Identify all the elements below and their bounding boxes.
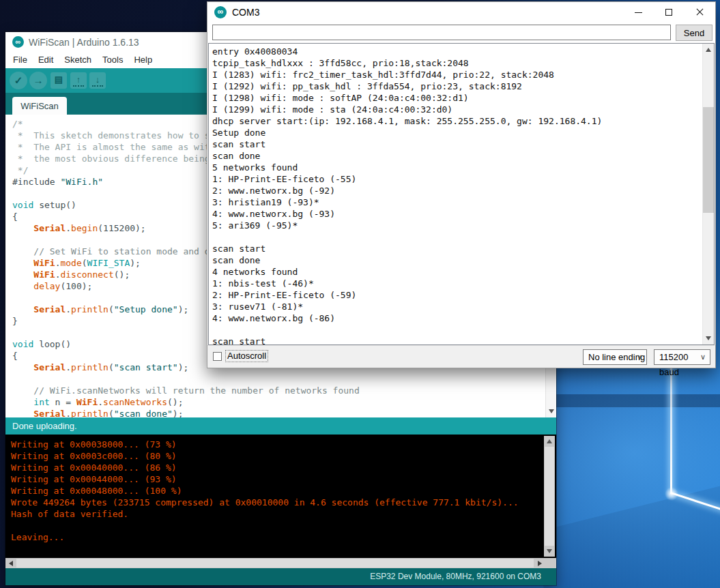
text-line: scan done: [212, 150, 602, 162]
text-line: Hash of data verified.: [11, 508, 519, 520]
text-line: Wrote 449264 bytes (233715 compressed) a…: [11, 497, 519, 508]
verify-icon: ✓: [14, 74, 23, 86]
text-line: 3: hristian19 (-93)*: [212, 196, 602, 208]
ide-window-title: WiFiScan | Arduino 1.6.13: [29, 32, 139, 51]
chevron-down-icon: ∨: [637, 350, 642, 364]
text-line: 1: HP-Print-EE-ficeto (-55): [212, 173, 602, 185]
open-sketch-icon: ↑: [76, 74, 81, 85]
text-line: 2: www.networx.bg (-92): [212, 185, 602, 196]
serial-output: entry 0x40080034tcpip_task_hdlxxx : 3ffd…: [212, 46, 602, 345]
serial-monitor-titlebar[interactable]: ∞ COM3: [207, 2, 715, 23]
text-line: 5 networks found: [212, 162, 602, 173]
text-line: 4: www.networx.bg (-93): [212, 208, 602, 220]
menu-item-tools[interactable]: Tools: [97, 51, 128, 68]
text-line: dhcp server start:(ip: 192.168.4.1, mask…: [212, 115, 602, 127]
text-line: Writing at 0x00038000... (73 %): [11, 439, 519, 450]
text-line: scan start: [212, 138, 602, 150]
console-output: Writing at 0x00038000... (73 %)Writing a…: [11, 439, 519, 543]
text-line: I (1283) wifi: frc2_timer_task_hdl:3ffd7…: [212, 69, 602, 80]
text-line: tcpip_task_hdlxxx : 3ffd58cc, prio:18,st…: [212, 57, 602, 69]
text-line: 1: nbis-test (-46)*: [212, 278, 602, 289]
wallpaper-beam-vertex-glow: [665, 487, 678, 501]
close-button[interactable]: [685, 2, 715, 22]
code-line: Serial.println("scan done");: [12, 408, 360, 417]
line-ending-dropdown[interactable]: No line ending ∨: [583, 349, 647, 365]
text-line: Setup done: [212, 127, 602, 138]
text-line: 5: ari369 (-95)*: [212, 220, 602, 231]
text-line: [212, 231, 602, 243]
console-horizontal-scrollbar[interactable]: [5, 558, 556, 568]
arduino-logo-icon: ∞: [12, 36, 24, 48]
arduino-logo-icon: ∞: [214, 6, 227, 18]
text-line: 4 networks found: [212, 266, 602, 278]
menu-item-help[interactable]: Help: [128, 51, 158, 68]
open-icon-base: [73, 85, 84, 87]
text-line: I (1299) wifi: mode : sta (24:0a:c4:00:3…: [212, 104, 602, 115]
save-sketch-icon: ↓: [96, 74, 100, 85]
console-vertical-scrollbar[interactable]: [544, 436, 555, 557]
code-line: int n = WiFi.scanNetworks();: [12, 396, 360, 408]
wallpaper-floor-shade: [530, 479, 720, 588]
text-line: Writing at 0x00048000... (100 %): [11, 485, 519, 497]
chevron-down-icon: ∨: [700, 350, 706, 364]
text-line: scan start: [212, 336, 602, 345]
text-line: [11, 520, 519, 531]
baud-rate-dropdown[interactable]: 115200 baud ∨: [654, 349, 710, 365]
autoscroll-label[interactable]: Autoscroll: [226, 351, 268, 362]
text-line: Writing at 0x0003c000... (80 %): [11, 450, 519, 462]
serial-input-row: Send: [207, 23, 715, 43]
save-icon-base: [92, 85, 103, 87]
serial-scroll-thumb[interactable]: [703, 107, 714, 213]
code-line: // WiFi.scanNetworks will return the num…: [12, 385, 360, 396]
maximize-icon: [665, 9, 672, 16]
new-sketch-icon: ▤: [55, 74, 63, 85]
text-line: Writing at 0x00040000... (86 %): [11, 462, 519, 473]
scroll-down-icon[interactable]: [706, 336, 711, 340]
menu-item-sketch[interactable]: Sketch: [59, 51, 97, 68]
text-line: 4: www.networx.bg (-86): [212, 312, 602, 324]
menu-item-edit[interactable]: Edit: [33, 51, 59, 68]
scroll-down-icon[interactable]: [549, 409, 554, 413]
text-line: scan start: [212, 243, 602, 254]
text-line: I (1298) wifi: mode : softAP (24:0a:c4:0…: [212, 92, 602, 104]
ide-status-bar: Done uploading.: [5, 417, 556, 435]
send-button[interactable]: Send: [676, 25, 712, 41]
new-sketch-button[interactable]: ▤: [51, 72, 67, 89]
text-line: [212, 324, 602, 336]
text-line: scan done: [212, 254, 602, 266]
text-line: Leaving...: [11, 531, 519, 543]
save-sketch-button[interactable]: ↓: [89, 72, 106, 89]
serial-monitor-title: COM3: [232, 2, 259, 23]
text-line: 3: rusev71 (-81)*: [212, 301, 602, 312]
console-scroll-thumb[interactable]: [545, 447, 554, 546]
code-line: [12, 373, 360, 385]
ide-board-status-bar: ESP32 Dev Module, 80MHz, 921600 on COM3: [5, 568, 556, 585]
scroll-right-icon[interactable]: [538, 561, 542, 566]
upload-button[interactable]: →: [29, 72, 47, 89]
minimize-icon: [635, 12, 642, 13]
maximize-button[interactable]: [654, 2, 685, 22]
verify-button[interactable]: ✓: [10, 72, 27, 89]
scroll-up-icon[interactable]: [547, 439, 552, 443]
upload-icon: →: [33, 74, 44, 86]
text-line: entry 0x40080034: [212, 46, 602, 57]
text-line: Writing at 0x00044000... (93 %): [11, 473, 519, 485]
autoscroll-checkbox[interactable]: [213, 352, 222, 361]
horizontal-scroll-thumb[interactable]: [16, 559, 534, 568]
serial-vertical-scrollbar[interactable]: [702, 44, 714, 344]
text-line: 2: HP-Print-EE-ficeto (-59): [212, 289, 602, 301]
minimize-button[interactable]: [623, 2, 654, 22]
scroll-up-icon[interactable]: [706, 48, 711, 52]
serial-output-area: entry 0x40080034tcpip_task_hdlxxx : 3ffd…: [208, 43, 715, 345]
text-line: I (1292) wifi: pp_task_hdl : 3ffda554, p…: [212, 80, 602, 92]
open-sketch-button[interactable]: ↑: [70, 72, 87, 89]
serial-input[interactable]: [212, 25, 671, 40]
scroll-left-icon[interactable]: [9, 561, 13, 566]
scroll-down-icon[interactable]: [547, 549, 552, 553]
serial-monitor-window: ∞ COM3 Send entry 0x40080034tcpip_task_h…: [207, 1, 716, 368]
menu-item-file[interactable]: File: [8, 51, 33, 68]
serial-monitor-bottom-bar: Autoscroll No line ending ∨ 115200 baud …: [207, 345, 715, 368]
ide-console: Writing at 0x00038000... (73 %)Writing a…: [5, 435, 556, 558]
tab-wifiscan[interactable]: WiFiScan: [12, 97, 67, 115]
